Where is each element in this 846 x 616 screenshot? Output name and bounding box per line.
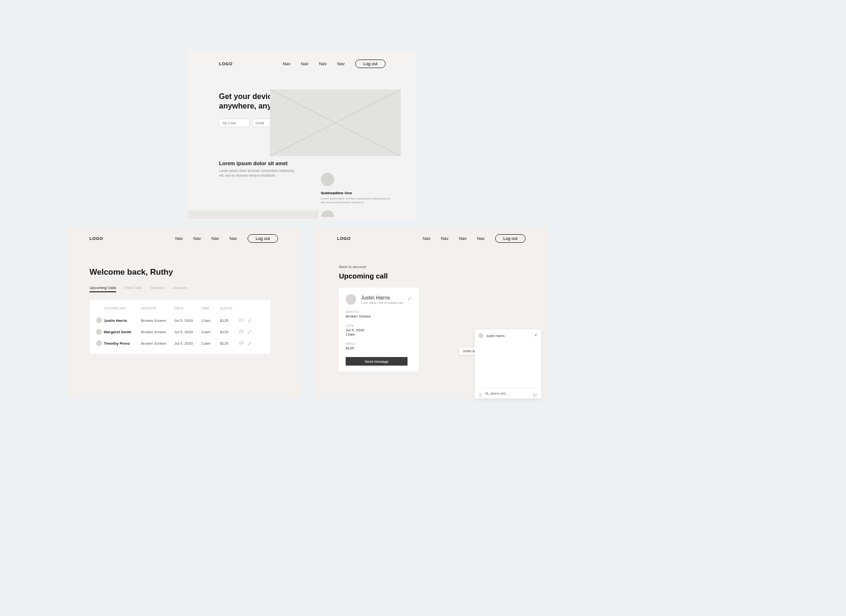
chat-popup: Justin Harris ✕: [475, 329, 541, 398]
chat-icon[interactable]: [239, 318, 244, 323]
row-date: Jul 5, 2020: [174, 330, 201, 334]
nav: Nav Nav Nav Nav Log out: [175, 234, 278, 243]
row-service: Broken Screen: [141, 318, 174, 323]
row-name: Margaret Smith: [104, 330, 141, 334]
call-card: Justin Harris 5 star rating | 345 comple…: [339, 288, 419, 371]
col-service: SERVICE: [141, 307, 174, 310]
logout-button[interactable]: Log out: [495, 234, 526, 243]
row-avatar: [96, 329, 102, 335]
page-title: Upcoming call: [314, 269, 548, 280]
row-quote: $125: [220, 341, 239, 346]
feature-avatar-icon: [321, 173, 334, 186]
nav-link-2[interactable]: Nav: [301, 61, 309, 66]
logo: LOGO: [337, 236, 351, 241]
row-service: Broken Screen: [141, 341, 174, 346]
edit-icon[interactable]: [248, 318, 252, 323]
chat-avatar: [478, 333, 483, 338]
row-time: 11am: [201, 330, 220, 334]
table-row[interactable]: Margaret SmithBroken ScreenJul 5, 202011…: [96, 326, 264, 338]
price-label: PRICE: [346, 342, 412, 345]
nav: Nav Nav Nav Nav Log out: [423, 234, 526, 243]
features-body: Lorem ipsum dolor sit amet, consectetur …: [219, 169, 295, 178]
col-time: TIME: [201, 307, 220, 310]
chat-icon[interactable]: [239, 341, 244, 346]
technician-avatar: [346, 294, 356, 305]
calls-table: TECHNICIAN SERVICE DATE TIME QUOTE Justi…: [90, 300, 270, 354]
edit-icon[interactable]: [248, 329, 252, 334]
close-icon[interactable]: ✕: [534, 333, 537, 338]
feature-item-1: Subheadline One Lorem ipsum dolor sit am…: [321, 173, 402, 205]
row-avatar: [96, 318, 102, 323]
row-date: Jul 5, 2020: [174, 341, 201, 346]
price-value: $125: [346, 346, 412, 350]
row-date: Jul 5, 2020: [174, 318, 201, 323]
chat-icon[interactable]: [239, 329, 244, 334]
chat-header: Justin Harris ✕: [475, 329, 541, 342]
nav-link-2[interactable]: Nav: [193, 236, 201, 241]
row-time: 11am: [201, 341, 220, 346]
back-link[interactable]: Back to account: [314, 250, 548, 269]
tab-past-calls[interactable]: Past Calls: [125, 286, 142, 292]
technician-sub: 5 star rating | 345 completed calls: [361, 301, 404, 304]
logout-button[interactable]: Log out: [248, 234, 278, 243]
row-name: Timothy Perez: [104, 341, 141, 346]
table-row[interactable]: Justin HarrisBroken ScreenJul 5, 202011a…: [96, 315, 264, 326]
nav-link-1[interactable]: Nav: [423, 236, 430, 241]
tab-account[interactable]: Account: [173, 286, 187, 292]
chat-input-row: [475, 387, 541, 398]
dashboard-frame: LOGO Nav Nav Nav Nav Log out Welcome bac…: [67, 227, 301, 398]
date-value-line2: 11am: [346, 332, 412, 337]
chat-input[interactable]: [485, 392, 530, 395]
send-message-button[interactable]: Send message: [346, 357, 408, 366]
nav-link-2[interactable]: Nav: [441, 236, 448, 241]
col-quote: QUOTE: [220, 307, 239, 310]
row-quote: $125: [220, 318, 239, 323]
logo: LOGO: [219, 61, 233, 66]
footer-bar: [188, 210, 318, 219]
tab-invoices[interactable]: Invoices: [150, 286, 164, 292]
col-date: DATE: [174, 307, 201, 310]
zip-input[interactable]: [219, 119, 249, 127]
nav: Nav Nav Nav Nav Log out: [283, 60, 386, 68]
table-header-row: TECHNICIAN SERVICE DATE TIME QUOTE: [96, 307, 264, 310]
header: LOGO Nav Nav Nav Nav Log out: [67, 227, 301, 250]
feature-subheadline: Subheadline One: [321, 191, 402, 195]
features-heading: Lorem ipsum dolor sit amet: [219, 160, 386, 166]
header: LOGO Nav Nav Nav Nav Log out: [188, 50, 417, 78]
nav-link-1[interactable]: Nav: [175, 236, 183, 241]
call-card-header: Justin Harris 5 star rating | 345 comple…: [346, 294, 412, 305]
nav-link-4[interactable]: Nav: [229, 236, 237, 241]
row-name: Justin Harris: [104, 318, 141, 323]
logo: LOGO: [90, 236, 103, 241]
chat-name: Justin Harris: [486, 334, 505, 338]
page-title: Welcome back, Ruthy: [67, 250, 301, 277]
nav-link-3[interactable]: Nav: [459, 236, 467, 241]
date-label: DATE: [346, 324, 412, 327]
row-avatar: [96, 340, 102, 346]
service-label: SERVICE: [346, 310, 412, 313]
nav-link-4[interactable]: Nav: [477, 236, 485, 241]
edit-icon[interactable]: [408, 294, 412, 299]
row-quote: $125: [220, 330, 239, 334]
technician-name: Justin Harris: [361, 295, 404, 300]
chat-body: [475, 342, 541, 387]
feature-sub-body: Lorem ipsum dolor sit amet, consectetur …: [321, 197, 392, 205]
tab-upcoming-calls[interactable]: Upcoming Calls: [90, 286, 116, 292]
logout-button[interactable]: Log out: [355, 60, 386, 68]
nav-link-3[interactable]: Nav: [319, 61, 327, 66]
row-service: Broken Screen: [141, 330, 174, 334]
nav-link-1[interactable]: Nav: [283, 61, 290, 66]
service-value: Broken Screen: [346, 314, 412, 318]
hero: Get your device fixed— anywhere, anytime…: [188, 92, 417, 127]
attachment-icon[interactable]: [478, 391, 482, 396]
send-icon[interactable]: [533, 391, 537, 396]
table-row[interactable]: Timothy PerezBroken ScreenJul 5, 202011a…: [96, 338, 264, 349]
col-technician: TECHNICIAN: [104, 307, 141, 310]
date-value-line1: Jul 5, 2020: [346, 328, 412, 332]
edit-icon[interactable]: [248, 341, 252, 346]
tabs: Upcoming Calls Past Calls Invoices Accou…: [67, 277, 301, 295]
nav-link-4[interactable]: Nav: [337, 61, 345, 66]
nav-link-3[interactable]: Nav: [211, 236, 219, 241]
features-section: Lorem ipsum dolor sit amet Lorem ipsum d…: [188, 127, 417, 178]
header: LOGO Nav Nav Nav Nav Log out: [314, 227, 548, 250]
